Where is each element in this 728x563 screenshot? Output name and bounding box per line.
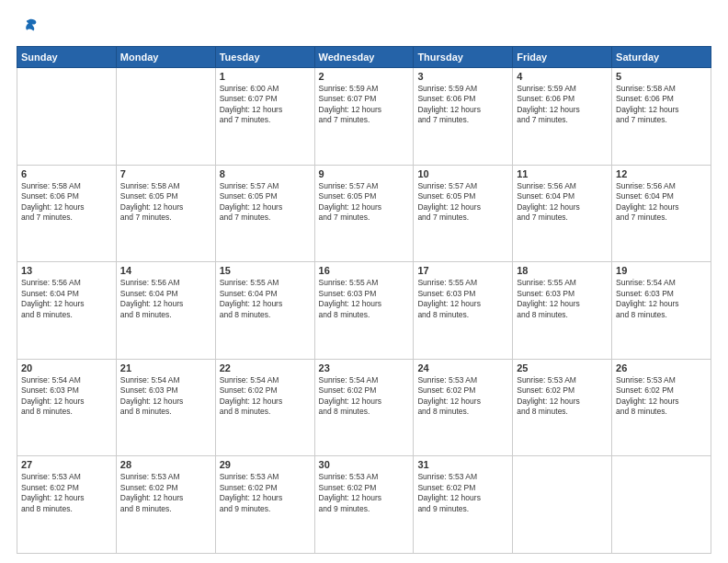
calendar-cell: 8Sunrise: 5:57 AM Sunset: 6:05 PM Daylig…: [215, 165, 314, 262]
week-row-1: 1Sunrise: 6:00 AM Sunset: 6:07 PM Daylig…: [17, 68, 711, 166]
week-row-2: 6Sunrise: 5:58 AM Sunset: 6:06 PM Daylig…: [17, 165, 711, 262]
calendar-cell: 3Sunrise: 5:59 AM Sunset: 6:06 PM Daylig…: [414, 68, 513, 166]
cell-content: Sunrise: 5:58 AM Sunset: 6:05 PM Dayligh…: [120, 181, 211, 224]
day-header-sunday: Sunday: [17, 47, 117, 68]
week-row-3: 13Sunrise: 5:56 AM Sunset: 6:04 PM Dayli…: [17, 262, 711, 360]
day-number: 19: [616, 265, 707, 276]
day-header-friday: Friday: [513, 47, 612, 68]
cell-content: Sunrise: 5:57 AM Sunset: 6:05 PM Dayligh…: [319, 181, 410, 224]
day-number: 18: [517, 265, 608, 276]
day-number: 21: [120, 362, 211, 373]
calendar-cell: 2Sunrise: 5:59 AM Sunset: 6:07 PM Daylig…: [314, 68, 414, 166]
week-row-4: 20Sunrise: 5:54 AM Sunset: 6:03 PM Dayli…: [17, 359, 711, 456]
calendar-cell: 12Sunrise: 5:56 AM Sunset: 6:04 PM Dayli…: [612, 165, 711, 262]
day-number: 7: [120, 168, 211, 179]
cell-content: Sunrise: 5:59 AM Sunset: 6:06 PM Dayligh…: [417, 84, 508, 126]
calendar-cell: 24Sunrise: 5:53 AM Sunset: 6:02 PM Dayli…: [414, 359, 513, 456]
calendar-cell: [116, 68, 215, 166]
page: SundayMondayTuesdayWednesdayThursdayFrid…: [0, 0, 728, 563]
cell-content: Sunrise: 5:53 AM Sunset: 6:02 PM Dayligh…: [616, 375, 707, 418]
calendar-header-row: SundayMondayTuesdayWednesdayThursdayFrid…: [17, 47, 711, 68]
day-header-wednesday: Wednesday: [314, 47, 414, 68]
day-number: 8: [220, 168, 311, 179]
cell-content: Sunrise: 5:55 AM Sunset: 6:03 PM Dayligh…: [517, 278, 608, 320]
calendar-cell: 22Sunrise: 5:54 AM Sunset: 6:02 PM Dayli…: [215, 359, 314, 456]
day-number: 22: [220, 362, 311, 373]
day-number: 5: [616, 71, 707, 82]
cell-content: Sunrise: 5:53 AM Sunset: 6:02 PM Dayligh…: [120, 472, 211, 514]
calendar-cell: 29Sunrise: 5:53 AM Sunset: 6:02 PM Dayli…: [215, 456, 314, 554]
calendar-cell: 7Sunrise: 5:58 AM Sunset: 6:05 PM Daylig…: [116, 165, 215, 262]
calendar-cell: 26Sunrise: 5:53 AM Sunset: 6:02 PM Dayli…: [612, 359, 711, 456]
calendar-cell: 27Sunrise: 5:53 AM Sunset: 6:02 PM Dayli…: [17, 456, 117, 554]
cell-content: Sunrise: 5:55 AM Sunset: 6:03 PM Dayligh…: [319, 278, 410, 320]
cell-content: Sunrise: 5:56 AM Sunset: 6:04 PM Dayligh…: [120, 278, 211, 320]
day-number: 24: [417, 362, 508, 373]
calendar-cell: 16Sunrise: 5:55 AM Sunset: 6:03 PM Dayli…: [314, 262, 414, 360]
day-number: 15: [220, 265, 311, 276]
calendar-cell: 9Sunrise: 5:57 AM Sunset: 6:05 PM Daylig…: [314, 165, 414, 262]
day-number: 4: [517, 71, 608, 82]
cell-content: Sunrise: 5:58 AM Sunset: 6:06 PM Dayligh…: [616, 84, 707, 126]
logo: [17, 17, 40, 37]
cell-content: Sunrise: 5:53 AM Sunset: 6:02 PM Dayligh…: [21, 472, 112, 514]
day-number: 10: [417, 168, 508, 179]
calendar-cell: 11Sunrise: 5:56 AM Sunset: 6:04 PM Dayli…: [513, 165, 612, 262]
calendar-cell: 4Sunrise: 5:59 AM Sunset: 6:06 PM Daylig…: [513, 68, 612, 166]
calendar-cell: 13Sunrise: 5:56 AM Sunset: 6:04 PM Dayli…: [17, 262, 117, 360]
day-number: 2: [319, 71, 410, 82]
cell-content: Sunrise: 5:54 AM Sunset: 6:03 PM Dayligh…: [21, 375, 112, 418]
day-number: 20: [21, 362, 112, 373]
day-number: 13: [21, 265, 112, 276]
calendar-cell: 17Sunrise: 5:55 AM Sunset: 6:03 PM Dayli…: [414, 262, 513, 360]
day-number: 12: [616, 168, 707, 179]
cell-content: Sunrise: 5:53 AM Sunset: 6:02 PM Dayligh…: [319, 472, 410, 514]
day-number: 14: [120, 265, 211, 276]
cell-content: Sunrise: 5:56 AM Sunset: 6:04 PM Dayligh…: [21, 278, 112, 320]
calendar-cell: 23Sunrise: 5:54 AM Sunset: 6:02 PM Dayli…: [314, 359, 414, 456]
cell-content: Sunrise: 5:54 AM Sunset: 6:02 PM Dayligh…: [220, 375, 311, 418]
calendar-cell: [17, 68, 117, 166]
day-number: 6: [21, 168, 112, 179]
day-number: 16: [319, 265, 410, 276]
day-header-tuesday: Tuesday: [215, 47, 314, 68]
calendar-cell: 10Sunrise: 5:57 AM Sunset: 6:05 PM Dayli…: [414, 165, 513, 262]
cell-content: Sunrise: 5:57 AM Sunset: 6:05 PM Dayligh…: [220, 181, 311, 224]
cell-content: Sunrise: 5:53 AM Sunset: 6:02 PM Dayligh…: [417, 472, 508, 514]
cell-content: Sunrise: 5:59 AM Sunset: 6:06 PM Dayligh…: [517, 84, 608, 126]
day-number: 17: [417, 265, 508, 276]
week-row-5: 27Sunrise: 5:53 AM Sunset: 6:02 PM Dayli…: [17, 456, 711, 554]
day-number: 28: [120, 459, 211, 470]
day-number: 31: [417, 459, 508, 470]
cell-content: Sunrise: 5:54 AM Sunset: 6:03 PM Dayligh…: [616, 278, 707, 320]
calendar-cell: 21Sunrise: 5:54 AM Sunset: 6:03 PM Dayli…: [116, 359, 215, 456]
day-number: 11: [517, 168, 608, 179]
cell-content: Sunrise: 5:53 AM Sunset: 6:02 PM Dayligh…: [220, 472, 311, 514]
cell-content: Sunrise: 5:58 AM Sunset: 6:06 PM Dayligh…: [21, 181, 112, 224]
calendar-cell: 31Sunrise: 5:53 AM Sunset: 6:02 PM Dayli…: [414, 456, 513, 554]
calendar-cell: 28Sunrise: 5:53 AM Sunset: 6:02 PM Dayli…: [116, 456, 215, 554]
day-number: 9: [319, 168, 410, 179]
day-number: 1: [220, 71, 311, 82]
cell-content: Sunrise: 5:56 AM Sunset: 6:04 PM Dayligh…: [517, 181, 608, 224]
calendar-cell: [612, 456, 711, 554]
cell-content: Sunrise: 5:53 AM Sunset: 6:02 PM Dayligh…: [517, 375, 608, 418]
header: [17, 17, 711, 37]
calendar-cell: 18Sunrise: 5:55 AM Sunset: 6:03 PM Dayli…: [513, 262, 612, 360]
calendar-cell: 6Sunrise: 5:58 AM Sunset: 6:06 PM Daylig…: [17, 165, 117, 262]
day-header-thursday: Thursday: [414, 47, 513, 68]
calendar-cell: 20Sunrise: 5:54 AM Sunset: 6:03 PM Dayli…: [17, 359, 117, 456]
calendar-cell: 14Sunrise: 5:56 AM Sunset: 6:04 PM Dayli…: [116, 262, 215, 360]
cell-content: Sunrise: 5:57 AM Sunset: 6:05 PM Dayligh…: [417, 181, 508, 224]
calendar-cell: 15Sunrise: 5:55 AM Sunset: 6:04 PM Dayli…: [215, 262, 314, 360]
calendar-cell: 1Sunrise: 6:00 AM Sunset: 6:07 PM Daylig…: [215, 68, 314, 166]
day-header-monday: Monday: [116, 47, 215, 68]
day-number: 23: [319, 362, 410, 373]
day-number: 26: [616, 362, 707, 373]
calendar-cell: 5Sunrise: 5:58 AM Sunset: 6:06 PM Daylig…: [612, 68, 711, 166]
day-number: 29: [220, 459, 311, 470]
calendar-cell: 19Sunrise: 5:54 AM Sunset: 6:03 PM Dayli…: [612, 262, 711, 360]
cell-content: Sunrise: 5:55 AM Sunset: 6:03 PM Dayligh…: [417, 278, 508, 320]
day-number: 3: [417, 71, 508, 82]
day-number: 30: [319, 459, 410, 470]
